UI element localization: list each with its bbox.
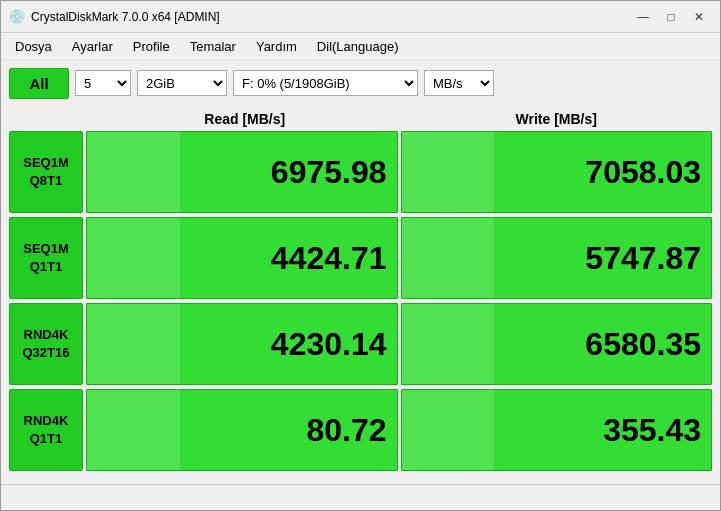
menu-bar: Dosya Ayarlar Profile Temalar Yardım Dil… xyxy=(1,33,720,61)
close-button[interactable]: ✕ xyxy=(686,7,712,27)
write-header: Write [MB/s] xyxy=(401,111,713,127)
minimize-button[interactable]: — xyxy=(630,7,656,27)
maximize-button[interactable]: □ xyxy=(658,7,684,27)
write-value-rnd4k-q32t16: 6580.35 xyxy=(585,326,701,363)
read-value-rnd4k-q32t16: 4230.14 xyxy=(271,326,387,363)
toolbar: All 5 1 3 10 2GiB 512MiB 1GiB 4GiB F: 0%… xyxy=(1,61,720,105)
status-bar xyxy=(1,484,720,510)
write-value-rnd4k-q1t1: 355.43 xyxy=(603,412,701,449)
label-line2: Q1T1 xyxy=(30,258,63,276)
label-line2: Q8T1 xyxy=(30,172,63,190)
window-title: CrystalDiskMark 7.0.0 x64 [ADMIN] xyxy=(31,10,220,24)
menu-profile[interactable]: Profile xyxy=(123,36,180,57)
label-rnd4k-q1t1: RND4K Q1T1 xyxy=(9,389,83,471)
header-row: Read [MB/s] Write [MB/s] xyxy=(9,111,712,127)
read-value-seq1m-q1t1: 4424.71 xyxy=(271,240,387,277)
size-select[interactable]: 2GiB 512MiB 1GiB 4GiB xyxy=(137,70,227,96)
title-bar: 💿 CrystalDiskMark 7.0.0 x64 [ADMIN] — □ … xyxy=(1,1,720,33)
unit-select[interactable]: MB/s GB/s IOPS μs xyxy=(424,70,494,96)
benchmark-area: Read [MB/s] Write [MB/s] SEQ1M Q8T1 6975… xyxy=(1,105,720,484)
label-rnd4k-q32t16: RND4K Q32T16 xyxy=(9,303,83,385)
menu-yardim[interactable]: Yardım xyxy=(246,36,307,57)
label-seq1m-q1t1: SEQ1M Q1T1 xyxy=(9,217,83,299)
write-value-seq1m-q1t1: 5747.87 xyxy=(585,240,701,277)
bench-row-rnd4k-q32t16: RND4K Q32T16 4230.14 6580.35 xyxy=(9,303,712,385)
write-seq1m-q8t1: 7058.03 xyxy=(401,131,713,213)
read-header: Read [MB/s] xyxy=(89,111,401,127)
all-button[interactable]: All xyxy=(9,68,69,99)
app-icon: 💿 xyxy=(9,9,25,25)
label-line2: Q32T16 xyxy=(23,344,70,362)
write-value-seq1m-q8t1: 7058.03 xyxy=(585,154,701,191)
read-seq1m-q1t1: 4424.71 xyxy=(86,217,398,299)
bench-row-rnd4k-q1t1: RND4K Q1T1 80.72 355.43 xyxy=(9,389,712,471)
title-bar-left: 💿 CrystalDiskMark 7.0.0 x64 [ADMIN] xyxy=(9,9,220,25)
bench-row-seq1m-q8t1: SEQ1M Q8T1 6975.98 7058.03 xyxy=(9,131,712,213)
read-value-rnd4k-q1t1: 80.72 xyxy=(306,412,386,449)
drive-select[interactable]: F: 0% (5/1908GiB) xyxy=(233,70,418,96)
read-seq1m-q8t1: 6975.98 xyxy=(86,131,398,213)
label-line1: SEQ1M xyxy=(23,154,69,172)
label-line1: RND4K xyxy=(24,326,69,344)
read-value-seq1m-q8t1: 6975.98 xyxy=(271,154,387,191)
label-seq1m-q8t1: SEQ1M Q8T1 xyxy=(9,131,83,213)
menu-dosya[interactable]: Dosya xyxy=(5,36,62,57)
label-line1: RND4K xyxy=(24,412,69,430)
write-seq1m-q1t1: 5747.87 xyxy=(401,217,713,299)
read-rnd4k-q1t1: 80.72 xyxy=(86,389,398,471)
count-select[interactable]: 5 1 3 10 xyxy=(75,70,131,96)
write-rnd4k-q1t1: 355.43 xyxy=(401,389,713,471)
main-window: 💿 CrystalDiskMark 7.0.0 x64 [ADMIN] — □ … xyxy=(0,0,721,511)
bench-row-seq1m-q1t1: SEQ1M Q1T1 4424.71 5747.87 xyxy=(9,217,712,299)
label-line1: SEQ1M xyxy=(23,240,69,258)
read-rnd4k-q32t16: 4230.14 xyxy=(86,303,398,385)
menu-temalar[interactable]: Temalar xyxy=(180,36,246,57)
label-line2: Q1T1 xyxy=(30,430,63,448)
menu-language[interactable]: Dil(Language) xyxy=(307,36,409,57)
menu-ayarlar[interactable]: Ayarlar xyxy=(62,36,123,57)
write-rnd4k-q32t16: 6580.35 xyxy=(401,303,713,385)
window-controls: — □ ✕ xyxy=(630,7,712,27)
